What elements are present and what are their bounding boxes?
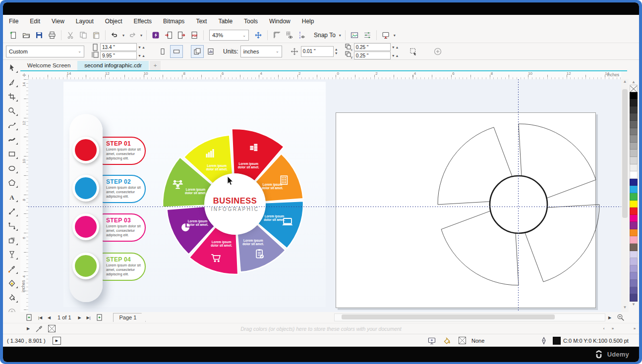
page-height-spinner[interactable]: ▼▲	[138, 54, 147, 57]
doc-palette-overflow-icon[interactable]: »	[608, 326, 617, 331]
landscape-button[interactable]	[170, 45, 183, 58]
page-width-spinner[interactable]: ▼▲	[138, 46, 147, 49]
menu-object[interactable]: Object	[105, 18, 122, 25]
crop-tool[interactable]	[5, 92, 18, 102]
rectangle-tool[interactable]	[5, 149, 18, 159]
eyedropper-icon[interactable]	[33, 323, 46, 334]
color-swatch[interactable]	[630, 106, 638, 114]
fill-none-swatch[interactable]	[456, 335, 469, 346]
dimension-tool[interactable]	[5, 207, 18, 216]
color-swatch[interactable]	[630, 150, 638, 157]
scroll-up-icon[interactable]: ▲	[621, 79, 629, 86]
color-swatch[interactable]	[630, 258, 638, 265]
vertical-scroll-thumb[interactable]	[622, 89, 628, 218]
cut-icon[interactable]	[64, 30, 77, 41]
import-icon[interactable]	[162, 30, 175, 41]
pick-tool[interactable]	[5, 63, 18, 73]
palette-scroll-up-icon[interactable]: ▲	[632, 79, 636, 85]
publish-pdf-icon[interactable]: PDF	[188, 30, 201, 41]
color-swatch[interactable]	[630, 280, 638, 287]
menu-effects[interactable]: Effects	[134, 18, 152, 25]
color-swatch[interactable]	[630, 135, 638, 143]
last-page-button[interactable]: ▶|	[84, 315, 93, 320]
options-sliders-icon[interactable]	[361, 30, 374, 41]
connector-tool[interactable]	[5, 221, 18, 231]
duplicate-y-spinner[interactable]: ▼▲	[392, 54, 401, 57]
ellipse-tool[interactable]	[5, 163, 18, 173]
save-icon[interactable]	[33, 30, 46, 41]
color-swatch[interactable]	[630, 272, 638, 280]
polygon-tool[interactable]	[5, 178, 18, 188]
color-swatch[interactable]	[630, 208, 638, 215]
app-launcher-icon[interactable]	[149, 30, 162, 41]
color-swatch[interactable]	[630, 171, 638, 179]
menu-window[interactable]: Window	[269, 18, 291, 25]
open-icon[interactable]	[20, 30, 33, 41]
launch-icon[interactable]	[379, 30, 392, 41]
horizontal-ruler[interactable]: inches141210864202468101214	[28, 71, 621, 80]
zoom-level-select[interactable]: 43%⌄	[209, 30, 249, 41]
previous-page-button[interactable]: ◀	[45, 315, 54, 320]
color-swatch[interactable]	[630, 265, 638, 273]
snap-to-button[interactable]: Snap To	[314, 32, 336, 39]
nudge-field[interactable]: 0.01 "	[301, 46, 334, 57]
export-icon[interactable]	[175, 30, 188, 41]
fullscreen-preview-icon[interactable]	[270, 30, 283, 41]
portrait-button[interactable]	[156, 45, 169, 58]
color-swatch[interactable]	[630, 143, 638, 150]
color-swatch[interactable]	[630, 193, 638, 201]
duplicate-x-field[interactable]: 0.25 "	[354, 43, 391, 51]
new-document-tab-button[interactable]: +	[150, 61, 161, 70]
shape-tool[interactable]	[5, 77, 18, 87]
drop-shadow-tool[interactable]	[5, 235, 18, 245]
add-page-icon[interactable]	[93, 312, 106, 323]
document-color-settings-icon[interactable]	[425, 335, 438, 346]
color-swatch[interactable]	[630, 215, 638, 222]
menu-view[interactable]: View	[52, 18, 64, 25]
flyout-right-icon[interactable]: ▶	[24, 326, 33, 331]
color-swatch[interactable]	[630, 294, 638, 302]
all-pages-button[interactable]	[191, 45, 204, 58]
color-swatch[interactable]	[630, 92, 638, 100]
color-swatch[interactable]	[630, 222, 638, 229]
redo-icon[interactable]	[126, 30, 139, 41]
color-eyedropper-tool[interactable]	[5, 264, 18, 274]
coordinates-flyout-button[interactable]: ▶	[53, 337, 61, 345]
menu-help[interactable]: Help	[302, 18, 314, 25]
page-preset-select[interactable]: Custom⌄	[6, 46, 84, 57]
zoom-tool[interactable]	[5, 106, 18, 116]
add-page-icon[interactable]	[23, 312, 36, 323]
menu-text[interactable]: Text	[196, 18, 207, 25]
image-adjust-icon[interactable]	[348, 30, 361, 41]
color-swatch[interactable]	[630, 157, 638, 164]
color-swatch[interactable]	[630, 121, 638, 128]
undo-icon[interactable]	[108, 30, 121, 41]
outline-color-swatch[interactable]	[553, 337, 561, 345]
interactive-fill-tool[interactable]	[5, 293, 18, 303]
redo-dropdown-caret[interactable]: ▾	[139, 33, 144, 38]
color-swatch[interactable]	[630, 113, 638, 121]
scroll-down-icon[interactable]: ▼	[621, 305, 629, 312]
menu-bitmaps[interactable]: Bitmaps	[163, 18, 184, 25]
zoom-fit-icon[interactable]	[252, 30, 265, 41]
snap-to-caret[interactable]: ▾	[338, 33, 343, 38]
undo-dropdown-caret[interactable]: ▾	[121, 33, 126, 38]
color-swatch[interactable]	[630, 164, 638, 172]
current-page-button[interactable]	[205, 45, 218, 58]
no-color-swatch[interactable]	[46, 323, 58, 334]
no-color-swatch[interactable]	[630, 85, 638, 92]
color-swatch[interactable]	[630, 236, 638, 244]
paste-icon[interactable]	[90, 30, 103, 41]
page-tab[interactable]: Page 1	[113, 313, 146, 322]
vertical-scrollbar[interactable]: ▲ ▼	[621, 79, 629, 312]
page-height-field[interactable]: 9.95 "	[100, 52, 137, 59]
first-page-button[interactable]: |◀	[36, 315, 45, 320]
show-guidelines-icon[interactable]	[296, 30, 309, 41]
print-icon[interactable]	[46, 30, 58, 41]
show-grid-icon[interactable]	[283, 30, 296, 41]
new-document-icon[interactable]	[7, 30, 20, 41]
color-swatch[interactable]	[630, 244, 638, 251]
customize-plus-button[interactable]	[431, 46, 444, 57]
color-swatch[interactable]	[630, 251, 638, 259]
duplicate-y-field[interactable]: 0.25 "	[354, 52, 391, 59]
